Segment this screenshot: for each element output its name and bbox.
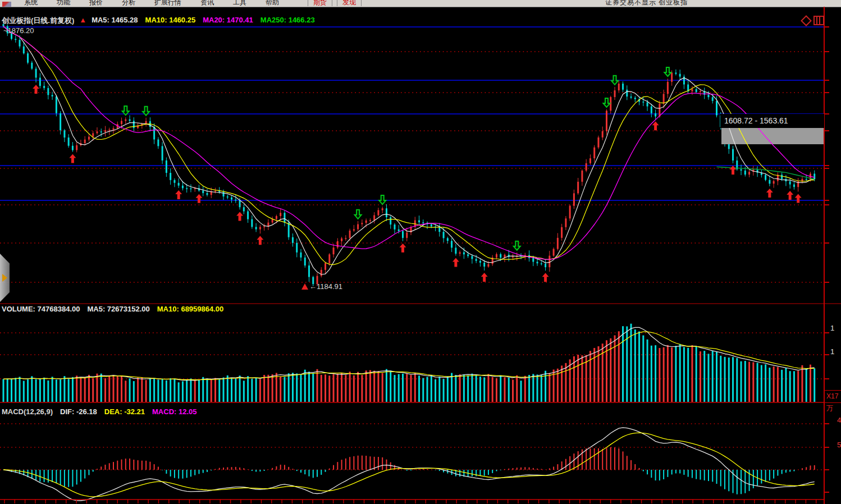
axes-layer <box>0 7 841 504</box>
low-price-marker: ←1184.91 <box>301 282 342 291</box>
macd-histogram-layer <box>3 447 815 494</box>
buy-signal-arrow <box>453 258 459 267</box>
trend-up-arrow-icon: ▲ <box>79 16 86 26</box>
indicator-value: DIF: -26.18 <box>60 407 97 416</box>
buy-signal-arrow <box>399 244 406 253</box>
ma-lines-layer <box>3 26 815 274</box>
indicator-value: VOLUME: 74768384.00 <box>2 305 80 313</box>
buy-signal-arrow <box>730 166 737 175</box>
macd-header: MACD(12,26,9)DIF: -26.18DEA: -32.21MACD:… <box>2 407 197 416</box>
volume-header: VOLUME: 74768384.00MA5: 72673152.00MA10:… <box>2 305 223 313</box>
buy-signal-arrow <box>652 121 659 130</box>
macd-axis-label-clipped: 5 <box>837 441 841 449</box>
buy-signal-arrow <box>175 190 182 199</box>
low-triangle-icon <box>301 283 308 290</box>
indicator-value: MACD: 12.05 <box>152 407 196 416</box>
low-price-label: ←1184.91 <box>309 282 342 291</box>
kline-chart-canvas[interactable] <box>0 0 841 504</box>
indicator-value: MA250: 1466.23 <box>260 16 315 26</box>
macd-lines-layer <box>3 428 815 501</box>
split-window-icon[interactable] <box>813 16 824 25</box>
indicator-value: MACD(12,26,9) <box>2 407 53 416</box>
indicator-value: MA20: 1470.41 <box>203 16 253 26</box>
expand-right-arrow-icon <box>2 274 7 282</box>
ma-indicator-values: MA5: 1465.28MA10: 1460.25MA20: 1470.41MA… <box>92 16 314 26</box>
buy-signal-arrow <box>787 191 793 200</box>
sell-signal-arrow <box>603 98 610 107</box>
candles-layer <box>3 24 816 286</box>
sell-signal-arrow <box>611 76 618 85</box>
buy-signal-arrow <box>481 273 488 282</box>
main-chart-header: 创业板指(日线.前复权) ▲ MA5: 1465.28MA10: 1460.25… <box>2 16 315 26</box>
buy-signal-arrow <box>195 194 202 203</box>
buy-signal-arrow <box>542 273 549 282</box>
sell-signal-arrow <box>664 67 671 76</box>
indicator-value: DEA: -32.21 <box>104 407 145 416</box>
sell-signal-arrow <box>514 241 520 250</box>
volume-axis-label-clipped: 1 <box>830 324 834 332</box>
range-selection-box <box>721 127 824 144</box>
sell-signal-arrow <box>379 195 386 204</box>
indicator-value: MA10: 68959864.00 <box>157 305 224 313</box>
macd-axis-label-clipped: 4 <box>837 416 841 424</box>
buy-signal-arrow <box>236 212 243 221</box>
sell-signal-arrow <box>355 210 362 219</box>
symbol-title: 创业板指(日线.前复权) <box>2 16 74 26</box>
range-stat-tooltip: 1608.72 - 1563.61 <box>720 114 824 128</box>
buy-signal-arrow <box>69 154 76 163</box>
volume-axis-unit-label: X17万 <box>824 390 841 403</box>
indicator-value: MA5: 1465.28 <box>92 16 138 26</box>
volume-bars-layer <box>3 324 816 402</box>
buy-signal-arrow <box>795 194 802 203</box>
indicator-value: MA10: 1460.25 <box>145 16 196 26</box>
volume-axis-label-clipped: 1 <box>830 347 834 356</box>
signal-arrows-layer <box>33 67 802 282</box>
buy-signal-arrow <box>766 189 773 198</box>
high-price-label: ~1876.20 <box>3 26 34 35</box>
tdx-app-window: 系统功能报价分析扩展行情资讯工具帮助 期货发现 证券交易不显示 创业板指 创业板… <box>0 0 841 504</box>
indicator-value: MA5: 72673152.00 <box>87 305 149 313</box>
buy-signal-arrow <box>257 236 263 245</box>
